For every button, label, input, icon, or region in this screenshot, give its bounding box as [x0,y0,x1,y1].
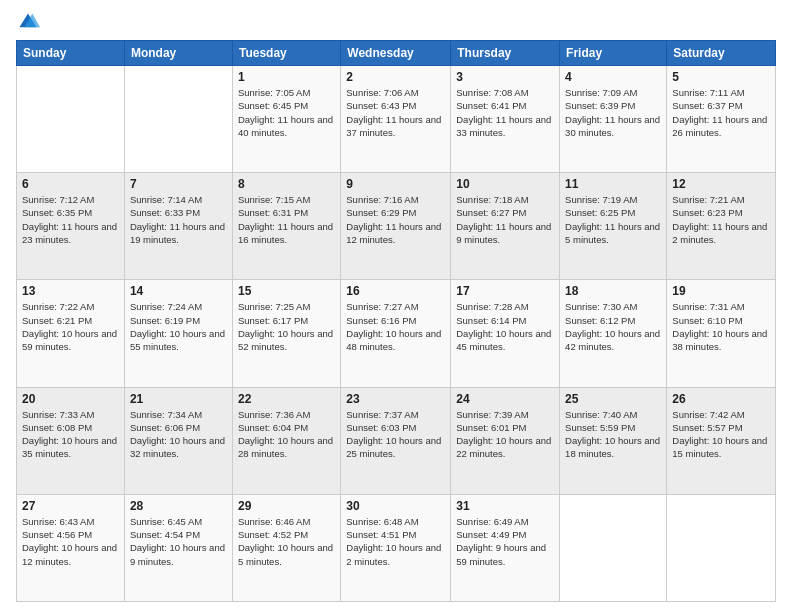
day-number: 5 [672,70,770,84]
day-number: 11 [565,177,661,191]
day-cell: 23Sunrise: 7:37 AM Sunset: 6:03 PM Dayli… [341,387,451,494]
day-cell: 13Sunrise: 7:22 AM Sunset: 6:21 PM Dayli… [17,280,125,387]
weekday-header-thursday: Thursday [451,41,560,66]
day-number: 20 [22,392,119,406]
day-cell: 19Sunrise: 7:31 AM Sunset: 6:10 PM Dayli… [667,280,776,387]
weekday-header-row: SundayMondayTuesdayWednesdayThursdayFrid… [17,41,776,66]
day-number: 7 [130,177,227,191]
day-cell: 18Sunrise: 7:30 AM Sunset: 6:12 PM Dayli… [560,280,667,387]
day-info: Sunrise: 7:11 AM Sunset: 6:37 PM Dayligh… [672,86,770,139]
weekday-header-tuesday: Tuesday [232,41,340,66]
day-number: 22 [238,392,335,406]
day-info: Sunrise: 7:27 AM Sunset: 6:16 PM Dayligh… [346,300,445,353]
day-number: 3 [456,70,554,84]
day-cell: 14Sunrise: 7:24 AM Sunset: 6:19 PM Dayli… [124,280,232,387]
day-info: Sunrise: 7:05 AM Sunset: 6:45 PM Dayligh… [238,86,335,139]
day-number: 24 [456,392,554,406]
day-number: 27 [22,499,119,513]
week-row-3: 13Sunrise: 7:22 AM Sunset: 6:21 PM Dayli… [17,280,776,387]
day-cell [560,494,667,601]
day-cell: 25Sunrise: 7:40 AM Sunset: 5:59 PM Dayli… [560,387,667,494]
day-info: Sunrise: 7:40 AM Sunset: 5:59 PM Dayligh… [565,408,661,461]
day-cell: 30Sunrise: 6:48 AM Sunset: 4:51 PM Dayli… [341,494,451,601]
day-cell: 6Sunrise: 7:12 AM Sunset: 6:35 PM Daylig… [17,173,125,280]
day-info: Sunrise: 7:42 AM Sunset: 5:57 PM Dayligh… [672,408,770,461]
day-number: 8 [238,177,335,191]
header [16,10,776,34]
day-cell: 1Sunrise: 7:05 AM Sunset: 6:45 PM Daylig… [232,66,340,173]
day-info: Sunrise: 7:14 AM Sunset: 6:33 PM Dayligh… [130,193,227,246]
day-number: 23 [346,392,445,406]
day-info: Sunrise: 7:15 AM Sunset: 6:31 PM Dayligh… [238,193,335,246]
day-cell: 26Sunrise: 7:42 AM Sunset: 5:57 PM Dayli… [667,387,776,494]
day-cell [17,66,125,173]
day-number: 19 [672,284,770,298]
day-number: 30 [346,499,445,513]
day-cell [667,494,776,601]
day-info: Sunrise: 7:16 AM Sunset: 6:29 PM Dayligh… [346,193,445,246]
week-row-5: 27Sunrise: 6:43 AM Sunset: 4:56 PM Dayli… [17,494,776,601]
day-cell: 8Sunrise: 7:15 AM Sunset: 6:31 PM Daylig… [232,173,340,280]
day-info: Sunrise: 6:49 AM Sunset: 4:49 PM Dayligh… [456,515,554,568]
day-info: Sunrise: 7:31 AM Sunset: 6:10 PM Dayligh… [672,300,770,353]
weekday-header-wednesday: Wednesday [341,41,451,66]
day-number: 9 [346,177,445,191]
week-row-2: 6Sunrise: 7:12 AM Sunset: 6:35 PM Daylig… [17,173,776,280]
day-info: Sunrise: 7:36 AM Sunset: 6:04 PM Dayligh… [238,408,335,461]
weekday-header-friday: Friday [560,41,667,66]
day-number: 17 [456,284,554,298]
week-row-4: 20Sunrise: 7:33 AM Sunset: 6:08 PM Dayli… [17,387,776,494]
day-cell: 4Sunrise: 7:09 AM Sunset: 6:39 PM Daylig… [560,66,667,173]
day-number: 12 [672,177,770,191]
day-info: Sunrise: 7:06 AM Sunset: 6:43 PM Dayligh… [346,86,445,139]
day-info: Sunrise: 7:39 AM Sunset: 6:01 PM Dayligh… [456,408,554,461]
day-cell: 11Sunrise: 7:19 AM Sunset: 6:25 PM Dayli… [560,173,667,280]
day-cell: 12Sunrise: 7:21 AM Sunset: 6:23 PM Dayli… [667,173,776,280]
day-cell: 17Sunrise: 7:28 AM Sunset: 6:14 PM Dayli… [451,280,560,387]
page: SundayMondayTuesdayWednesdayThursdayFrid… [0,0,792,612]
day-info: Sunrise: 7:09 AM Sunset: 6:39 PM Dayligh… [565,86,661,139]
day-number: 16 [346,284,445,298]
weekday-header-sunday: Sunday [17,41,125,66]
day-number: 2 [346,70,445,84]
calendar: SundayMondayTuesdayWednesdayThursdayFrid… [16,40,776,602]
day-number: 29 [238,499,335,513]
day-cell: 22Sunrise: 7:36 AM Sunset: 6:04 PM Dayli… [232,387,340,494]
day-info: Sunrise: 7:33 AM Sunset: 6:08 PM Dayligh… [22,408,119,461]
day-cell: 29Sunrise: 6:46 AM Sunset: 4:52 PM Dayli… [232,494,340,601]
day-cell: 3Sunrise: 7:08 AM Sunset: 6:41 PM Daylig… [451,66,560,173]
day-info: Sunrise: 6:43 AM Sunset: 4:56 PM Dayligh… [22,515,119,568]
day-number: 6 [22,177,119,191]
day-cell: 21Sunrise: 7:34 AM Sunset: 6:06 PM Dayli… [124,387,232,494]
day-number: 1 [238,70,335,84]
day-number: 10 [456,177,554,191]
day-cell: 20Sunrise: 7:33 AM Sunset: 6:08 PM Dayli… [17,387,125,494]
day-number: 4 [565,70,661,84]
day-info: Sunrise: 7:24 AM Sunset: 6:19 PM Dayligh… [130,300,227,353]
week-row-1: 1Sunrise: 7:05 AM Sunset: 6:45 PM Daylig… [17,66,776,173]
logo [16,10,44,34]
day-cell [124,66,232,173]
day-info: Sunrise: 7:19 AM Sunset: 6:25 PM Dayligh… [565,193,661,246]
day-info: Sunrise: 7:18 AM Sunset: 6:27 PM Dayligh… [456,193,554,246]
day-number: 25 [565,392,661,406]
logo-icon [16,10,40,34]
day-number: 13 [22,284,119,298]
day-info: Sunrise: 6:48 AM Sunset: 4:51 PM Dayligh… [346,515,445,568]
day-cell: 15Sunrise: 7:25 AM Sunset: 6:17 PM Dayli… [232,280,340,387]
day-info: Sunrise: 6:46 AM Sunset: 4:52 PM Dayligh… [238,515,335,568]
day-info: Sunrise: 7:22 AM Sunset: 6:21 PM Dayligh… [22,300,119,353]
day-cell: 27Sunrise: 6:43 AM Sunset: 4:56 PM Dayli… [17,494,125,601]
day-info: Sunrise: 6:45 AM Sunset: 4:54 PM Dayligh… [130,515,227,568]
day-cell: 31Sunrise: 6:49 AM Sunset: 4:49 PM Dayli… [451,494,560,601]
day-cell: 7Sunrise: 7:14 AM Sunset: 6:33 PM Daylig… [124,173,232,280]
day-info: Sunrise: 7:08 AM Sunset: 6:41 PM Dayligh… [456,86,554,139]
day-number: 31 [456,499,554,513]
day-info: Sunrise: 7:25 AM Sunset: 6:17 PM Dayligh… [238,300,335,353]
day-cell: 28Sunrise: 6:45 AM Sunset: 4:54 PM Dayli… [124,494,232,601]
day-cell: 16Sunrise: 7:27 AM Sunset: 6:16 PM Dayli… [341,280,451,387]
day-cell: 24Sunrise: 7:39 AM Sunset: 6:01 PM Dayli… [451,387,560,494]
day-number: 26 [672,392,770,406]
day-cell: 5Sunrise: 7:11 AM Sunset: 6:37 PM Daylig… [667,66,776,173]
day-cell: 2Sunrise: 7:06 AM Sunset: 6:43 PM Daylig… [341,66,451,173]
